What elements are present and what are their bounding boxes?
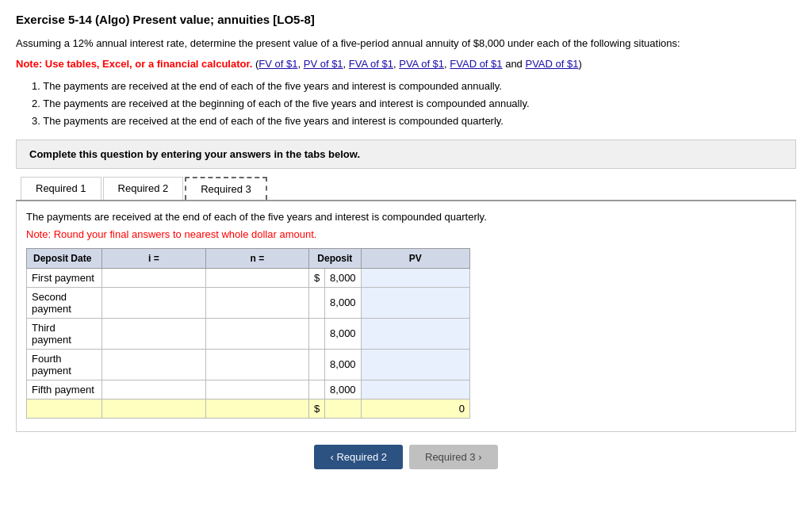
table-row: Third payment 8,000 [27, 318, 470, 349]
data-table: Deposit Date i = n = Deposit PV First pa… [26, 248, 470, 419]
complete-box: Complete this question by entering your … [16, 140, 796, 169]
total-empty2 [102, 399, 205, 418]
row4-i-input[interactable] [102, 355, 205, 373]
row3-date: Third payment [27, 318, 102, 349]
row1-deposit: 8,000 [325, 268, 362, 287]
next-arrow: › [478, 451, 481, 463]
tab-required3[interactable]: Required 3 [185, 177, 267, 200]
row5-pv-cell [361, 380, 469, 399]
total-pv-value: 0 [361, 399, 469, 418]
row1-n-input[interactable] [206, 269, 308, 287]
row3-n-cell [205, 318, 308, 349]
row2-dollar [309, 287, 325, 318]
row4-n-cell [205, 349, 308, 380]
col-header-i: i = [102, 248, 205, 268]
col-header-n: n = [205, 248, 308, 268]
row1-i-cell [102, 268, 205, 287]
table-row: First payment $ 8,000 [27, 268, 470, 287]
row5-date: Fifth payment [27, 380, 102, 399]
row2-pv-input[interactable] [362, 293, 465, 312]
situation-3: 3. The payments are received at the end … [32, 113, 796, 130]
fvad-link[interactable]: FVAD of $1 [450, 58, 502, 70]
tab-required1[interactable]: Required 1 [21, 177, 102, 200]
intro-text: Assuming a 12% annual interest rate, det… [16, 36, 796, 52]
row5-n-input[interactable] [206, 380, 308, 399]
row2-i-cell [102, 287, 205, 318]
row4-n-input[interactable] [206, 355, 308, 373]
row3-pv-cell [361, 318, 469, 349]
pva-link[interactable]: PVA of $1 [399, 58, 444, 70]
row5-deposit: 8,000 [325, 380, 362, 399]
table-row: Fifth payment 8,000 [27, 380, 470, 399]
tab-note: Note: Round your final answers to neares… [26, 228, 786, 240]
prev-arrow: ‹ [330, 451, 333, 463]
note-label: Note: Use tables, Excel, or a financial … [16, 58, 252, 70]
prev-label: Required 2 [336, 451, 387, 463]
col-header-date: Deposit Date [27, 248, 102, 268]
situation-1: 1. The payments are received at the end … [32, 78, 796, 95]
row2-deposit: 8,000 [325, 287, 362, 318]
tab-description: The payments are received at the end of … [26, 209, 786, 225]
row4-dollar [309, 349, 325, 380]
table-row: Second payment 8,000 [27, 287, 470, 318]
row5-pv-input[interactable] [362, 380, 465, 399]
row4-deposit: 8,000 [325, 349, 362, 380]
total-empty1 [27, 399, 102, 418]
row3-dollar [309, 318, 325, 349]
pv-link[interactable]: PV of $1 [304, 58, 343, 70]
row4-pv-cell [361, 349, 469, 380]
row2-n-input[interactable] [206, 293, 308, 312]
fva-link[interactable]: FVA of $1 [349, 58, 393, 70]
row3-pv-input[interactable] [362, 324, 465, 342]
situation-2: 2. The payments are received at the begi… [32, 95, 796, 113]
row1-date: First payment [27, 268, 102, 287]
tab-required2[interactable]: Required 2 [103, 177, 184, 200]
pvad-link[interactable]: PVAD of $1 [525, 58, 578, 70]
row4-date: Fourth payment [27, 349, 102, 380]
row2-pv-cell [361, 287, 469, 318]
row4-i-cell [102, 349, 205, 380]
row3-i-input[interactable] [102, 324, 205, 342]
row1-pv-input[interactable] [362, 269, 465, 287]
col-header-deposit: Deposit [309, 248, 362, 268]
row1-i-input[interactable] [102, 269, 205, 287]
row2-i-input[interactable] [102, 293, 205, 312]
bottom-nav: ‹ Required 2 Required 3 › [16, 445, 796, 469]
row2-n-cell [205, 287, 308, 318]
row5-dollar [309, 380, 325, 399]
note-links: (FV of $1, PV of $1, FVA of $1, PVA of $… [255, 58, 582, 70]
row3-i-cell [102, 318, 205, 349]
row3-n-input[interactable] [206, 324, 308, 342]
row1-dollar: $ [309, 268, 325, 287]
note-line: Note: Use tables, Excel, or a financial … [16, 56, 796, 72]
prev-button[interactable]: ‹ Required 2 [314, 445, 403, 469]
tab-content-area: The payments are received at the end of … [16, 201, 796, 432]
row1-n-cell [205, 268, 308, 287]
row5-i-input[interactable] [102, 380, 205, 399]
next-label: Required 3 [425, 451, 476, 463]
row2-date: Second payment [27, 287, 102, 318]
situations-list: 1. The payments are received at the end … [32, 78, 796, 130]
page-title: Exercise 5-14 (Algo) Present value; annu… [16, 13, 796, 26]
row3-deposit: 8,000 [325, 318, 362, 349]
col-header-pv: PV [361, 248, 469, 268]
total-empty4 [325, 399, 362, 418]
total-empty3 [205, 399, 308, 418]
tabs-container: Required 1 Required 2 Required 3 [16, 177, 796, 201]
table-row: Fourth payment 8,000 [27, 349, 470, 380]
row1-pv-cell [361, 268, 469, 287]
row4-pv-input[interactable] [362, 355, 465, 373]
row5-i-cell [102, 380, 205, 399]
next-button[interactable]: Required 3 › [409, 445, 498, 469]
fv-link[interactable]: FV of $1 [259, 58, 297, 70]
total-dollar: $ [309, 399, 325, 418]
row5-n-cell [205, 380, 308, 399]
total-row: $ 0 [27, 399, 470, 418]
